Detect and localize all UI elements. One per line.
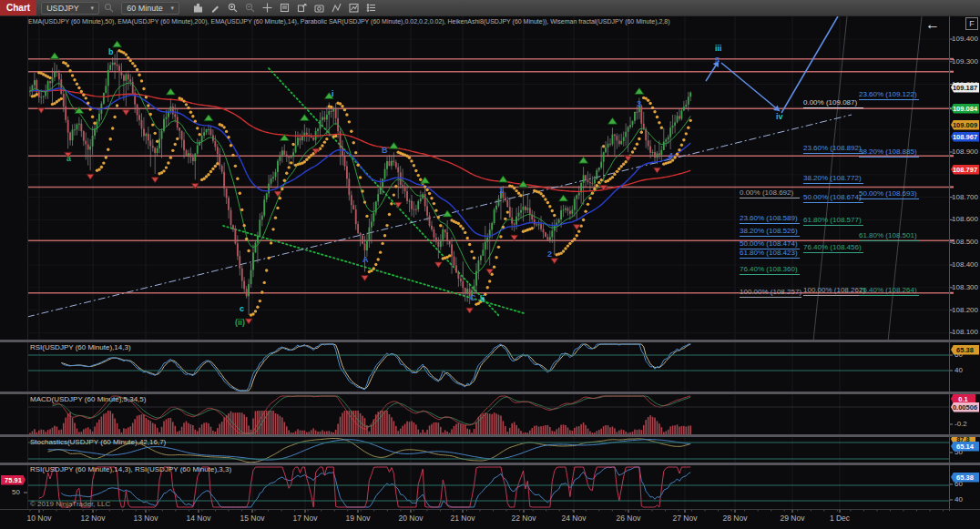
panel-splitter[interactable] bbox=[0, 340, 980, 342]
ninjatrader-chart-window: Chart USDJPY ▾ 60 Minute ▾ bbox=[0, 0, 980, 529]
snapshot-icon[interactable] bbox=[311, 1, 327, 15]
chart-canvas[interactable] bbox=[0, 0, 980, 529]
interval-value: 60 Minute bbox=[127, 4, 163, 13]
panel-splitter[interactable] bbox=[0, 463, 980, 465]
data-box-icon[interactable] bbox=[277, 1, 292, 15]
drawing-tools-icon[interactable] bbox=[208, 1, 223, 15]
axis-separator bbox=[0, 509, 980, 510]
back-arrow-button[interactable]: ← bbox=[925, 17, 940, 32]
properties-icon[interactable] bbox=[363, 1, 379, 15]
instrument-search-icon[interactable] bbox=[101, 1, 117, 15]
export-icon[interactable] bbox=[294, 1, 310, 15]
indicator-header: EMA(USDJPY (60 Minute),50), EMA(USDJPY (… bbox=[28, 18, 670, 25]
interval-selector[interactable]: 60 Minute ▾ bbox=[121, 2, 179, 15]
chart-style-icon[interactable] bbox=[190, 1, 206, 15]
panel-splitter[interactable] bbox=[0, 392, 980, 394]
zoom-out-icon[interactable] bbox=[242, 1, 258, 15]
tab-chart[interactable]: Chart bbox=[0, 0, 36, 15]
chart-toolbar: Chart USDJPY ▾ 60 Minute ▾ bbox=[0, 0, 980, 16]
date-axis[interactable] bbox=[0, 510, 980, 529]
crosshair-icon[interactable] bbox=[260, 1, 275, 15]
instrument-selector[interactable]: USDJPY ▾ bbox=[41, 2, 99, 15]
strategies-icon[interactable] bbox=[346, 1, 362, 15]
indicators-icon[interactable] bbox=[329, 1, 344, 15]
zoom-in-icon[interactable] bbox=[225, 1, 240, 15]
copyright-label: © 2019 NinjaTrader, LLC bbox=[30, 500, 110, 508]
panel-splitter[interactable] bbox=[0, 434, 980, 437]
chevron-down-icon: ▾ bbox=[91, 5, 95, 12]
fixed-scale-button[interactable]: F bbox=[965, 17, 978, 30]
instrument-value: USDJPY bbox=[46, 4, 79, 13]
chevron-down-icon: ▾ bbox=[171, 5, 175, 12]
